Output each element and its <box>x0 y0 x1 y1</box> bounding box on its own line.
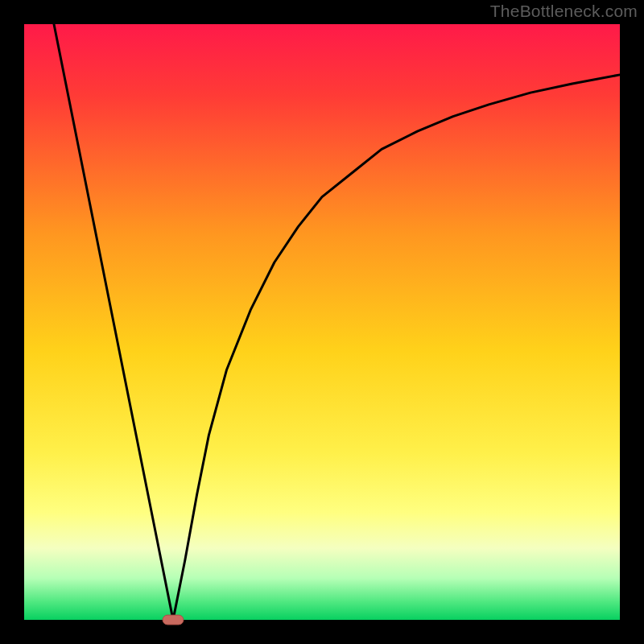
chart-frame: TheBottleneck.com <box>0 0 644 644</box>
chart-canvas <box>0 0 644 644</box>
watermark-text: TheBottleneck.com <box>490 2 638 21</box>
minimum-marker <box>163 615 184 625</box>
